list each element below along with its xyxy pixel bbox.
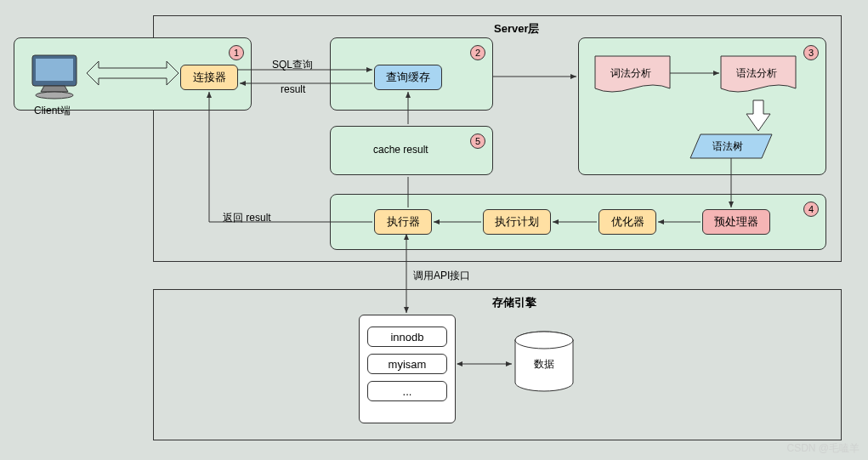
server-layer-title: Server层 — [494, 21, 539, 37]
cache-result-box: 5 cache result — [330, 126, 493, 175]
query-cache-text: 查询缓存 — [386, 70, 430, 85]
query-cache-node: 查询缓存 — [374, 65, 442, 90]
executor-text: 执行器 — [387, 214, 420, 230]
exec-plan-text: 执行计划 — [495, 214, 539, 230]
optimizer-node: 优化器 — [599, 209, 656, 235]
badge-3: 3 — [803, 45, 819, 60]
syntax-tree-text: 语法树 — [712, 139, 743, 154]
analyzer-box: 3 — [578, 37, 826, 175]
innodb-node: innodb — [367, 327, 447, 347]
badge-5: 5 — [470, 133, 485, 149]
client-label: Client端 — [34, 104, 71, 118]
ellipsis-node: ... — [367, 381, 447, 401]
myisam-node: myisam — [367, 354, 447, 374]
watermark: CSDN @毛嗑羊 — [786, 441, 859, 456]
storage-engine-title: 存储引擎 — [492, 295, 536, 310]
cache-result-label: cache result — [373, 144, 428, 156]
executor-node: 执行器 — [374, 209, 432, 235]
ellipsis-text: ... — [403, 385, 412, 398]
optimizer-text: 优化器 — [611, 214, 644, 230]
badge-4: 4 — [803, 202, 819, 217]
connector-text: 连接器 — [193, 70, 226, 85]
connector-node: 连接器 — [180, 65, 238, 90]
badge-2: 2 — [470, 45, 485, 60]
badge-1: 1 — [229, 45, 244, 60]
syntax-text: 语法分析 — [736, 66, 777, 81]
exec-plan-node: 执行计划 — [483, 209, 551, 235]
preprocessor-node: 预处理器 — [702, 209, 770, 235]
lexical-text: 词法分析 — [610, 66, 651, 81]
storage-engine-container: 存储引擎 — [153, 289, 842, 440]
preprocessor-text: 预处理器 — [714, 214, 758, 230]
myisam-text: myisam — [389, 358, 427, 371]
result-label: result — [281, 83, 305, 95]
sql-query-label: SQL查询 — [272, 58, 313, 72]
innodb-text: innodb — [390, 331, 423, 344]
api-label: 调用API接口 — [413, 269, 470, 283]
return-result-label: 返回 result — [223, 211, 271, 225]
data-cyl-text: 数据 — [534, 357, 554, 372]
